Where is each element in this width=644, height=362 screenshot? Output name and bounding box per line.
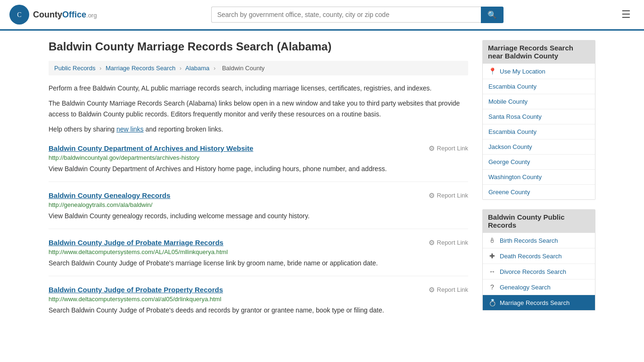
sidebar-nearby-item[interactable]: Jackson County — [483, 140, 595, 155]
records-container: Baldwin County Department of Archives an… — [49, 144, 468, 323]
search-button[interactable]: 🔍 — [481, 7, 504, 23]
content-area: Baldwin County Marriage Records Search (… — [49, 40, 468, 332]
nearby-title: Marriage Records Search near Baldwin Cou… — [482, 40, 595, 64]
record-title[interactable]: Baldwin County Genealogy Records — [49, 191, 170, 199]
public-records-section: Baldwin County Public Records 🕯Birth Rec… — [482, 209, 595, 311]
sidebar-nearby-link[interactable]: Escambia County — [488, 83, 537, 90]
report-label: Report Link — [437, 239, 468, 246]
public-records-list: 🕯Birth Records Search✚Death Records Sear… — [482, 233, 595, 311]
sidebar-nearby-item[interactable]: Mobile County — [483, 94, 595, 109]
record-header: Baldwin County Judge of Probate Property… — [49, 286, 468, 294]
breadcrumb-sep2: › — [180, 65, 182, 72]
record-desc: View Baldwin County Department of Archiv… — [49, 164, 468, 174]
sidebar-nearby-item[interactable]: Escambia County — [483, 79, 595, 94]
logo-area: C CountyOffice.org — [9, 5, 97, 25]
sidebar-public-records-item[interactable]: ✚Death Records Search — [483, 248, 595, 264]
sidebar-nearby-link[interactable]: Jackson County — [488, 143, 532, 150]
search-input[interactable] — [211, 7, 481, 23]
record-url: http://www.deltacomputersystems.com/al/a… — [49, 296, 468, 303]
record-desc: Search Baldwin County Judge of Probate's… — [49, 305, 468, 315]
location-icon: 📍 — [488, 67, 496, 75]
sidebar-public-records-item[interactable]: ?Genealogy Search — [483, 280, 595, 295]
report-icon: ⚙ — [429, 286, 435, 294]
new-links-link[interactable]: new links — [116, 125, 144, 133]
report-link[interactable]: ⚙ Report Link — [429, 144, 468, 153]
menu-button[interactable]: ☰ — [618, 7, 635, 23]
record-entry: Baldwin County Department of Archives an… — [49, 144, 468, 182]
record-desc: Search Baldwin County Judge of Probate's… — [49, 258, 468, 268]
sidebar-nearby-link[interactable]: Washington County — [488, 173, 542, 181]
report-label: Report Link — [437, 192, 468, 199]
logo-text: CountyOffice.org — [33, 10, 97, 20]
breadcrumb-alabama[interactable]: Alabama — [185, 65, 209, 72]
sidebar-nearby-item[interactable]: 📍Use My Location — [483, 64, 595, 79]
report-link[interactable]: ⚙ Report Link — [429, 286, 468, 294]
desc3-before: Help others by sharing — [49, 125, 116, 133]
sidebar-public-records-item[interactable]: ↔Divorce Records Search — [483, 264, 595, 280]
report-label: Report Link — [437, 145, 468, 152]
record-title[interactable]: Baldwin County Judge of Probate Property… — [49, 286, 223, 294]
record-url: http://www.deltacomputersystems.com/AL/A… — [49, 248, 468, 255]
main-container: Baldwin County Marriage Records Search (… — [39, 31, 605, 342]
breadcrumb-public-records[interactable]: Public Records — [54, 65, 95, 72]
breadcrumb-sep3: › — [214, 65, 215, 72]
sidebar-nearby-item[interactable]: Greene County — [483, 185, 595, 199]
sidebar-public-records-item[interactable]: 💍Marriage Records Search — [483, 295, 595, 310]
record-entry: Baldwin County Judge of Probate Property… — [49, 286, 468, 323]
sidebar-public-records-link[interactable]: Birth Records Search — [500, 237, 558, 244]
sidebar-nearby-item[interactable]: George County — [483, 155, 595, 170]
breadcrumb-current: Baldwin County — [222, 65, 264, 72]
report-icon: ⚙ — [429, 191, 435, 200]
sidebar-nearby-link[interactable]: George County — [488, 158, 530, 165]
sidebar-nearby-link[interactable]: Mobile County — [488, 98, 528, 105]
record-title[interactable]: Baldwin County Judge of Probate Marriage… — [49, 239, 223, 247]
sidebar-nearby-link[interactable]: Greene County — [488, 189, 530, 196]
public-records-icon: ? — [488, 283, 496, 291]
public-records-icon: 💍 — [488, 299, 496, 306]
report-icon: ⚙ — [429, 239, 435, 247]
record-title[interactable]: Baldwin County Department of Archives an… — [49, 144, 253, 152]
report-link[interactable]: ⚙ Report Link — [429, 239, 468, 247]
record-url: http://baldwincountyal.gov/departments/a… — [49, 154, 468, 161]
search-area: 🔍 — [211, 7, 504, 23]
public-records-title: Baldwin County Public Records — [482, 209, 595, 233]
breadcrumb-sep1: › — [99, 65, 101, 72]
sidebar: Marriage Records Search near Baldwin Cou… — [482, 40, 595, 332]
sidebar-public-records-link[interactable]: Marriage Records Search — [500, 299, 570, 306]
record-header: Baldwin County Judge of Probate Marriage… — [49, 239, 468, 247]
description-1: Perform a free Baldwin County, AL public… — [49, 83, 468, 93]
sidebar-nearby-link[interactable]: Santa Rosa County — [488, 113, 542, 120]
sidebar-nearby-item[interactable]: Escambia County — [483, 124, 595, 140]
sidebar-public-records-item[interactable]: 🕯Birth Records Search — [483, 233, 595, 248]
sidebar-nearby-link[interactable]: Use My Location — [500, 68, 545, 75]
report-link[interactable]: ⚙ Report Link — [429, 191, 468, 200]
nearby-section: Marriage Records Search near Baldwin Cou… — [482, 40, 595, 200]
nearby-list: 📍Use My LocationEscambia CountyMobile Co… — [482, 64, 595, 200]
record-header: Baldwin County Genealogy Records ⚙ Repor… — [49, 191, 468, 200]
record-desc: View Baldwin County genealogy records, i… — [49, 211, 468, 221]
header: C CountyOffice.org 🔍 ☰ — [0, 0, 644, 31]
record-entry: Baldwin County Genealogy Records ⚙ Repor… — [49, 191, 468, 229]
public-records-icon: ↔ — [488, 268, 496, 275]
description-3: Help others by sharing new links and rep… — [49, 124, 468, 134]
public-records-icon: ✚ — [488, 252, 496, 260]
breadcrumb-marriage-records[interactable]: Marriage Records Search — [106, 65, 175, 72]
breadcrumb: Public Records › Marriage Records Search… — [49, 61, 468, 75]
sidebar-nearby-item[interactable]: Santa Rosa County — [483, 109, 595, 124]
page-title: Baldwin County Marriage Records Search (… — [49, 40, 468, 53]
record-entry: Baldwin County Judge of Probate Marriage… — [49, 239, 468, 276]
report-label: Report Link — [437, 286, 468, 293]
sidebar-public-records-link[interactable]: Death Records Search — [500, 253, 562, 260]
record-header: Baldwin County Department of Archives an… — [49, 144, 468, 153]
report-icon: ⚙ — [429, 144, 435, 153]
sidebar-public-records-link[interactable]: Divorce Records Search — [500, 268, 566, 275]
sidebar-nearby-link[interactable]: Escambia County — [488, 128, 537, 135]
description-2: The Baldwin County Marriage Records Sear… — [49, 98, 468, 119]
sidebar-public-records-link[interactable]: Genealogy Search — [500, 284, 551, 291]
desc3-after: and reporting broken links. — [144, 125, 223, 133]
sidebar-nearby-item[interactable]: Washington County — [483, 170, 595, 185]
record-url: http://genealogytrails.com/ala/baldwin/ — [49, 201, 468, 208]
logo-icon: C — [9, 5, 29, 25]
public-records-icon: 🕯 — [488, 237, 496, 244]
svg-text:C: C — [17, 11, 21, 18]
